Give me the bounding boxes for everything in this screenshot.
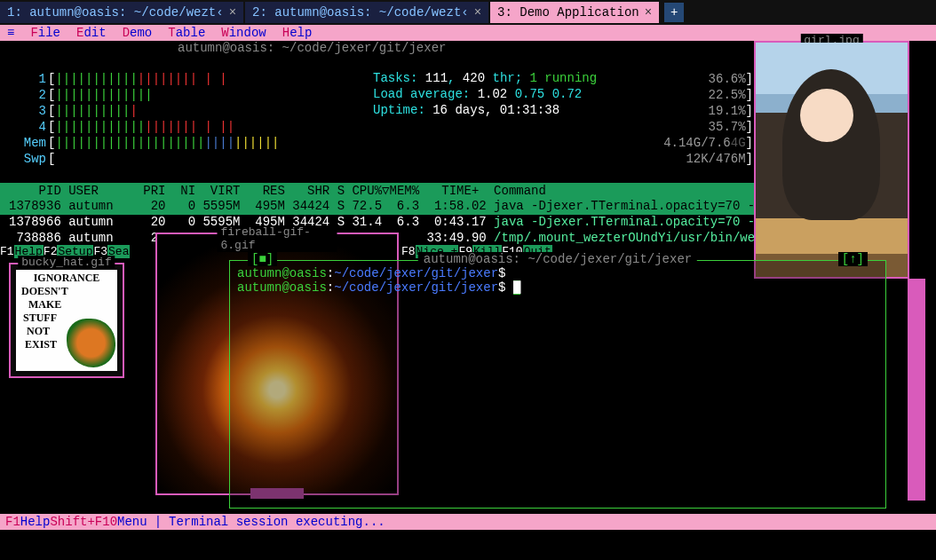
cpu-percent: 19.1% [709,104,746,118]
uptime-value: 16 days, 01:31:38 [432,103,559,117]
bar-segment: |||||||||||||||||||| [55,136,204,150]
cpu-percent: 35.7% [709,120,746,134]
cpu-label: 4 [16,120,46,134]
menu-text: indow [229,26,266,40]
bar-segment: |||||| [234,136,279,150]
menu-text: able [176,26,206,40]
system-stats: Tasks: 111, 420 thr; 1 running Load aver… [373,71,597,119]
swp-value: 12K/476M [686,152,745,166]
cpu-percent: 36.6% [709,72,746,86]
menu-text: ile [38,26,60,40]
stats-label: Uptime: [373,103,425,117]
mem-suffix: 4G [731,136,746,150]
image-element [800,89,853,142]
menu-hotkey: T [168,26,175,40]
swp-meter: Swp[12K/476M] [16,151,753,167]
tab-3[interactable]: 3: Demo Application × [490,2,659,23]
terminal-body[interactable]: autumn@oasis:~/code/jexer/git/jexer$ aut… [230,261,885,300]
window-title: fireball-gif-6.gif [218,225,337,252]
close-icon[interactable]: × [474,5,481,20]
separator: | [155,515,162,529]
app-area: autumn@oasis: ~/code/jexer/git/jexer 1[|… [0,41,936,530]
prompt-dollar: $ [498,280,505,295]
task-count: 111 [425,71,448,85]
menu-file[interactable]: File [30,26,60,40]
cpu-meter-4: 4[||||||||||||||||||| | ||35.7%] [16,119,753,135]
status-bar: F1 Help Shift+F10 Menu | Terminal sessio… [0,514,936,530]
bar-segment: ||||||||||| [55,72,137,86]
bar-segment: |||||||||||| [55,120,145,134]
load-avg: 1.02 [478,87,508,101]
stats-label: Load average: [373,87,470,101]
prompt-user: autumn@oasis [237,280,327,295]
burger-menu[interactable]: ≡ [7,26,14,40]
prompt-path: ~/code/jexer/git/jexer [334,280,498,295]
menu-bar: ≡ File Edit Demo Table Window Help [0,25,936,41]
stats-label: thr; [492,71,522,85]
menu-text: elp [290,26,312,40]
bar-segment: |||||||| | | [138,72,227,86]
process-table-header[interactable]: PID USER PRI NI VIRT RES SHR S CPU%▽MEM%… [0,183,759,199]
table-row[interactable]: 1378966 autumn 20 0 5595M 495M 34424 S 3… [0,215,759,231]
close-icon[interactable]: × [645,5,652,20]
bucky-image: IGNORANCE DOESN'T MAKE STUFF NOT EXIST [16,270,117,371]
separator: , [448,71,455,85]
window-title: bucky_hat.gif [18,256,115,269]
running-count: 1 running [530,71,598,85]
image-window-girl[interactable]: girl.jpg [754,41,909,279]
tab-label: 2: autumn@oasis: ~/code/wezt‹ [252,5,469,20]
image-window-bucky[interactable]: bucky_hat.gif IGNORANCE DOESN'T MAKE STU… [9,263,124,378]
menu-table[interactable]: Table [168,26,205,40]
new-tab-button[interactable]: + [664,3,684,22]
cpu-label: 1 [16,72,46,86]
terminal-window[interactable]: [■] autumn@oasis: ~/code/jexer/git/jexer… [229,260,886,509]
menu-text: emo [130,26,152,40]
bar-segment: | [130,104,137,118]
window-title: autumn@oasis: ~/code/jexer/git/jexer [418,252,697,266]
prompt-user: autumn@oasis [237,266,327,280]
tab-label: 3: Demo Application [497,5,639,20]
swp-label: Swp [16,152,46,166]
menu-demo[interactable]: Demo [123,26,153,40]
window-close-button[interactable]: [■] [248,252,277,266]
prompt-line: autumn@oasis:~/code/jexer/git/jexer$ [237,266,878,280]
cursor-icon: █ [513,280,520,295]
bar-segment: ||||||||||||| [55,88,152,102]
tab-label: 1: autumn@oasis: ~/code/wezt‹ [7,5,224,20]
status-hotkey[interactable]: Shift+F10 [50,515,117,529]
status-label: Help [20,515,51,529]
menu-hotkey: F [30,26,37,40]
meme-text: DOESN'T [18,285,115,298]
menu-edit[interactable]: Edit [76,26,107,40]
window-maximize-button[interactable]: [↑] [838,252,868,266]
tab-2[interactable]: 2: autumn@oasis: ~/code/wezt‹ × [245,2,488,23]
status-message: Terminal session executing... [169,515,385,529]
table-row[interactable]: 1378936 autumn 20 0 5595M 495M 34424 S 7… [0,199,759,215]
girl-image [756,43,908,277]
tab-1[interactable]: 1: autumn@oasis: ~/code/wezt‹ × [0,2,243,23]
menu-window[interactable]: Window [221,26,266,40]
cpu-label: 3 [16,104,46,118]
fn-key[interactable]: F8 [401,245,416,258]
bar-segment: |||||||||| [55,104,130,118]
bar-segment: ||||||| | || [145,120,234,134]
scrollbar-girl[interactable] [908,279,925,501]
mem-label: Mem [16,136,46,150]
tab-bar: 1: autumn@oasis: ~/code/wezt‹ × 2: autum… [0,0,936,25]
mem-value: 4.14G/7.6 [663,136,731,150]
menu-hotkey: H [282,26,290,40]
fn-key[interactable]: F1 [0,245,14,258]
main-window-title: autumn@oasis: ~/code/jexer/git/jexer [178,41,446,55]
menu-help[interactable]: Help [282,26,313,40]
load-avg: 0.75 [515,87,545,101]
mem-meter: Mem[||||||||||||||||||||||||||||||4.14G/… [16,135,753,151]
cpu-percent: 22.5% [709,88,746,102]
stats-label: Tasks: [373,71,417,85]
bar-segment: |||| [204,136,234,150]
meme-text: MAKE [18,298,115,312]
meme-text: IGNORANCE [18,272,115,285]
status-hotkey[interactable]: F1 [5,515,20,529]
prompt-line: autumn@oasis:~/code/jexer/git/jexer$ █ [237,280,878,295]
cpu-label: 2 [16,88,46,102]
close-icon[interactable]: × [229,5,236,20]
